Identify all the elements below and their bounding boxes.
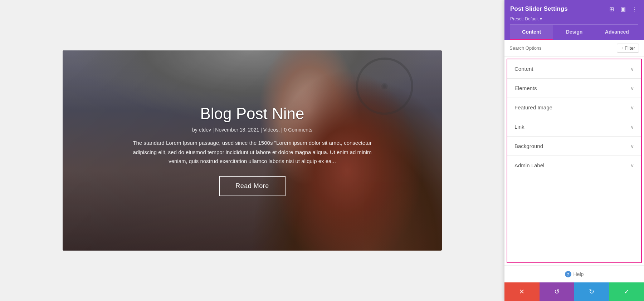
- accordion-area: Content ∨ Elements ∨ Featured Image ∨ Li…: [507, 59, 642, 263]
- redo-icon: ↻: [589, 288, 594, 296]
- help-label: Help: [574, 271, 584, 277]
- accordion-elements: Elements ∨: [507, 79, 641, 98]
- accordion-elements-header[interactable]: Elements ∨: [507, 79, 641, 98]
- cancel-icon: ✕: [519, 288, 525, 296]
- preset-arrow: ▾: [540, 16, 542, 21]
- preset-row[interactable]: Preset: Default ▾: [510, 16, 638, 21]
- accordion-elements-label: Elements: [514, 85, 537, 91]
- accordion-featured-image: Featured Image ∨: [507, 98, 641, 117]
- accordion-content-label: Content: [514, 66, 533, 72]
- accordion-featured-image-header[interactable]: Featured Image ∨: [507, 98, 641, 117]
- preset-label: Preset: Default: [510, 16, 538, 21]
- help-row: ? Help: [504, 265, 644, 282]
- chevron-down-icon: ∨: [630, 143, 634, 149]
- accordion-content-header[interactable]: Content ∨: [507, 59, 641, 78]
- search-input[interactable]: [509, 45, 614, 51]
- slide-card: Blog Post Nine by etdev | November 18, 2…: [63, 50, 442, 251]
- slide-meta: by etdev | November 18, 2021 | Videos, |…: [192, 127, 312, 133]
- slide-title: Blog Post Nine: [200, 105, 304, 123]
- accordion-admin-label-header[interactable]: Admin Label ∨: [507, 156, 641, 175]
- panel-footer: ✕ ↺ ↻ ✓: [504, 282, 644, 301]
- help-circle-icon: ?: [565, 271, 571, 277]
- undo-button[interactable]: ↺: [540, 282, 575, 301]
- filter-button[interactable]: + Filter: [617, 44, 639, 53]
- chevron-down-icon: ∨: [630, 85, 634, 91]
- accordion-content: Content ∨: [507, 59, 641, 79]
- accordion-background-label: Background: [514, 143, 543, 149]
- panel-title-row: Post Slider Settings ⊞ ▣ ⋮: [510, 5, 638, 13]
- read-more-button[interactable]: Read More: [219, 176, 286, 196]
- slide-excerpt: The standard Lorem Ipsum passage, used s…: [123, 138, 381, 166]
- accordion-link-header[interactable]: Link ∨: [507, 117, 641, 136]
- tab-content[interactable]: Content: [510, 25, 553, 40]
- more-options-icon[interactable]: ⋮: [630, 5, 638, 13]
- slide-content: Blog Post Nine by etdev | November 18, 2…: [63, 50, 442, 251]
- accordion-admin-label-label: Admin Label: [514, 162, 544, 168]
- accordion-admin-label: Admin Label ∨: [507, 156, 641, 175]
- chevron-down-icon: ∨: [630, 163, 634, 168]
- search-row: + Filter: [504, 40, 644, 56]
- tab-advanced[interactable]: Advanced: [596, 25, 638, 40]
- save-checkmark-icon: ✓: [624, 288, 629, 296]
- accordion-featured-image-label: Featured Image: [514, 104, 552, 110]
- undo-icon: ↺: [554, 288, 560, 296]
- accordion-background: Background ∨: [507, 137, 641, 156]
- cancel-button[interactable]: ✕: [504, 282, 540, 301]
- settings-panel: Post Slider Settings ⊞ ▣ ⋮ Preset: Defau…: [504, 0, 644, 301]
- chevron-down-icon: ∨: [630, 124, 634, 130]
- chevron-down-icon: ∨: [630, 105, 634, 110]
- accordion-link-label: Link: [514, 124, 525, 130]
- redo-button[interactable]: ↻: [574, 282, 609, 301]
- save-button[interactable]: ✓: [609, 282, 644, 301]
- panel-tabs: Content Design Advanced: [510, 24, 638, 40]
- help-button[interactable]: ? Help: [565, 271, 584, 277]
- chevron-down-icon: ∨: [630, 66, 634, 72]
- panel-header-icons: ⊞ ▣ ⋮: [608, 5, 638, 13]
- tab-design[interactable]: Design: [553, 25, 595, 40]
- accordion-background-header[interactable]: Background ∨: [507, 137, 641, 156]
- panel-title: Post Slider Settings: [510, 5, 568, 13]
- expand-icon[interactable]: ⊞: [608, 5, 615, 13]
- panel-header: Post Slider Settings ⊞ ▣ ⋮ Preset: Defau…: [504, 0, 644, 40]
- columns-icon[interactable]: ▣: [619, 5, 627, 13]
- accordion-link: Link ∨: [507, 117, 641, 137]
